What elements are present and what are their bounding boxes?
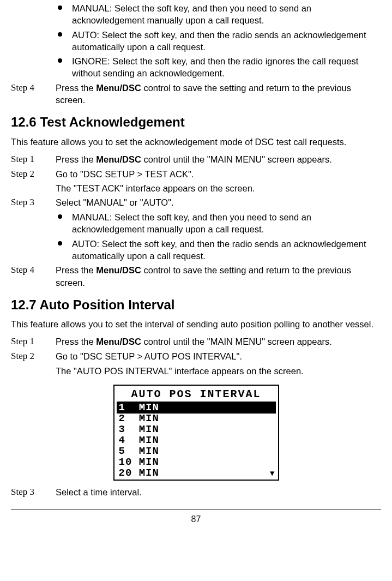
lcd-list-item: 3 MIN — [117, 424, 276, 435]
bullet-item: IGNORE: Select the soft key, and then th… — [11, 55, 381, 80]
lcd-list-item: 10 MIN — [117, 457, 276, 468]
bullet-text: AUTO: Select the soft key, and then the … — [72, 238, 381, 262]
text: Press the — [56, 83, 96, 93]
step-body: Select a time interval. — [56, 486, 381, 499]
step-label: Step 1 — [11, 153, 56, 166]
step-body: Select "MANUAL" or "AUTO". — [56, 196, 381, 209]
text-bold: Menu/DSC — [96, 337, 141, 346]
text: Press the — [56, 154, 96, 164]
bullet-item: MANUAL: Select the soft key, and then yo… — [11, 2, 381, 27]
bullet-icon — [56, 238, 72, 262]
lcd-screen: AUTO POS INTERVAL 1 MIN2 MIN3 MIN4 MIN5 … — [113, 385, 279, 481]
step-body: Go to "DSC SETUP > TEST ACK". The "TEST … — [56, 168, 381, 195]
lcd-list-item: 4 MIN — [117, 435, 276, 446]
bullet-icon — [56, 2, 72, 27]
step-label: Step 4 — [11, 82, 56, 106]
bullet-icon — [56, 55, 72, 80]
bullet-item: AUTO: Select the soft key, and then the … — [11, 238, 381, 262]
lcd-list-item: 2 MIN — [117, 414, 276, 424]
page-number: 87 — [11, 510, 381, 525]
step-body: Press the Menu/DSC control until the "MA… — [56, 153, 381, 166]
text: The "AUTO POS INTERVAL" interface appear… — [56, 365, 381, 377]
bullet-icon — [56, 211, 72, 236]
step-row: Step 4 Press the Menu/DSC control to sav… — [11, 82, 381, 106]
section-intro: This feature allows you to set the inter… — [11, 318, 381, 330]
bullet-item: MANUAL: Select the soft key, and then yo… — [11, 211, 381, 236]
text: Press the — [56, 265, 96, 275]
bullet-text: IGNORE: Select the soft key, and then th… — [72, 55, 381, 80]
step-row: Step 3 Select a time interval. — [11, 486, 381, 499]
step-row: Step 1 Press the Menu/DSC control until … — [11, 336, 381, 348]
step-body: Press the Menu/DSC control until the "MA… — [56, 336, 381, 348]
lcd-list-item: 1 MIN — [117, 403, 276, 414]
step-body: Press the Menu/DSC control to save the s… — [56, 82, 381, 106]
step-label: Step 2 — [11, 168, 56, 195]
step-row: Step 2 Go to "DSC SETUP > TEST ACK". The… — [11, 168, 381, 195]
step-label: Step 2 — [11, 350, 56, 377]
step-label: Step 3 — [11, 486, 56, 499]
step-row: Step 4 Press the Menu/DSC control to sav… — [11, 264, 381, 289]
text-bold: Menu/DSC — [96, 265, 141, 275]
step-row: Step 3 Select "MANUAL" or "AUTO". — [11, 196, 381, 209]
step-label: Step 1 — [11, 336, 56, 348]
step-row: Step 1 Press the Menu/DSC control until … — [11, 153, 381, 166]
text: The "TEST ACK" interface appears on the … — [56, 182, 381, 194]
lcd-screenshot: AUTO POS INTERVAL 1 MIN2 MIN3 MIN4 MIN5 … — [11, 385, 381, 481]
section-heading: 12.6 Test Acknowledgement — [11, 113, 381, 131]
lcd-list-item: 5 MIN — [117, 446, 276, 457]
bullet-item: AUTO: Select the soft key, and then the … — [11, 29, 381, 53]
bullet-icon — [56, 29, 72, 53]
step-row: Step 2 Go to "DSC SETUP > AUTO POS INTER… — [11, 350, 381, 377]
lcd-list-item: 20 MIN — [117, 468, 276, 479]
step-body: Go to "DSC SETUP > AUTO POS INTERVAL". T… — [56, 350, 381, 377]
text: Go to "DSC SETUP > TEST ACK". — [56, 168, 381, 180]
section-heading: 12.7 Auto Position Interval — [11, 296, 381, 314]
section-intro: This feature allows you to set the ackno… — [11, 136, 381, 148]
text-bold: Menu/DSC — [96, 154, 141, 164]
bullet-text: MANUAL: Select the soft key, and then yo… — [72, 211, 381, 236]
bullet-text: AUTO: Select the soft key, and then the … — [72, 29, 381, 53]
step-body: Press the Menu/DSC control to save the s… — [56, 264, 381, 289]
text: Go to "DSC SETUP > AUTO POS INTERVAL". — [56, 350, 381, 362]
scroll-down-icon: ▼ — [270, 469, 274, 479]
step-label: Step 3 — [11, 196, 56, 209]
lcd-list: 1 MIN2 MIN3 MIN4 MIN5 MIN10 MIN20 MIN▼ — [114, 403, 278, 480]
lcd-title: AUTO POS INTERVAL — [117, 386, 276, 403]
bullet-text: MANUAL: Select the soft key, and then yo… — [72, 2, 381, 27]
text: Press the — [56, 337, 96, 346]
text: control until the "MAIN MENU" screen app… — [141, 154, 332, 164]
text-bold: Menu/DSC — [96, 83, 141, 93]
text: control until the "MAIN MENU" screen app… — [141, 337, 332, 346]
step-label: Step 4 — [11, 264, 56, 289]
